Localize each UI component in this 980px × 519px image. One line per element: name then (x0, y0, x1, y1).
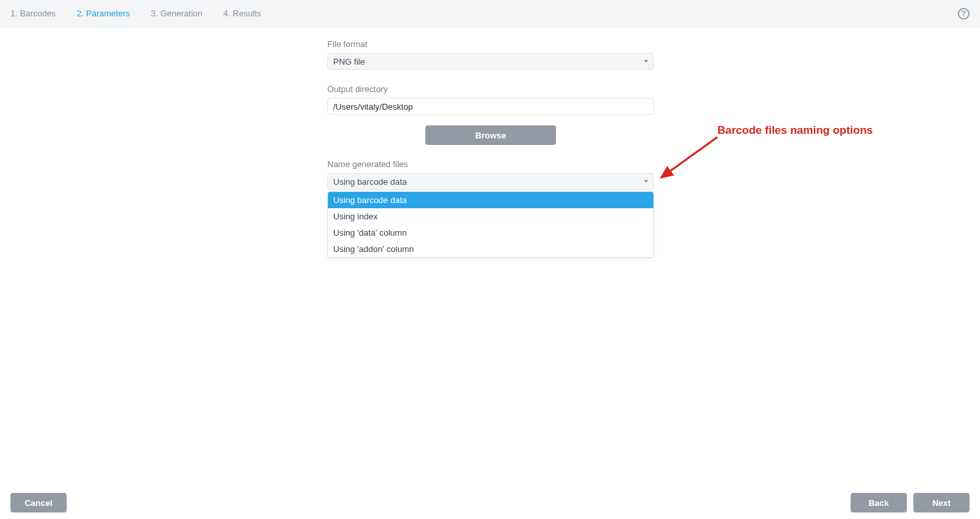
footer-bar: Cancel Back Next (0, 486, 980, 519)
wizard-steps-bar: 1. Barcodes 2. Parameters 3. Generation … (0, 0, 980, 27)
step-barcodes[interactable]: 1. Barcodes (10, 8, 56, 18)
name-generated-options-list: Using barcode data Using index Using 'da… (327, 191, 654, 258)
annotation-arrow-icon (653, 131, 725, 189)
step-results[interactable]: 4. Results (223, 8, 261, 18)
footer-nav: Back Next (851, 493, 970, 512)
step-parameters[interactable]: 2. Parameters (76, 8, 130, 18)
cancel-button[interactable]: Cancel (10, 493, 67, 512)
browse-button[interactable]: Browse (425, 125, 556, 145)
chevron-down-icon (644, 60, 648, 63)
name-option-index[interactable]: Using index (328, 208, 653, 225)
name-option-barcode-data[interactable]: Using barcode data (328, 192, 653, 208)
name-option-data-column[interactable]: Using 'data' column (328, 225, 653, 241)
parameters-form: File format PNG file Output directory Br… (327, 39, 654, 190)
file-format-select[interactable]: PNG file (327, 53, 654, 70)
file-format-value: PNG file (333, 57, 365, 67)
name-generated-dropdown-wrap: Using barcode data Using barcode data Us… (327, 173, 654, 190)
help-icon[interactable]: ? (958, 8, 970, 20)
output-directory-label: Output directory (327, 84, 654, 94)
name-generated-label: Name generated files (327, 159, 654, 169)
next-button[interactable]: Next (913, 493, 970, 512)
annotation-text: Barcode files naming options (717, 124, 873, 137)
output-directory-input[interactable] (327, 98, 654, 115)
step-generation[interactable]: 3. Generation (151, 8, 203, 18)
chevron-down-icon (644, 180, 648, 183)
name-option-addon-column[interactable]: Using 'addon' column (328, 241, 653, 257)
steps-container: 1. Barcodes 2. Parameters 3. Generation … (10, 8, 261, 18)
file-format-label: File format (327, 39, 654, 49)
svg-line-1 (661, 137, 717, 178)
name-generated-value: Using barcode data (333, 177, 407, 187)
name-generated-select[interactable]: Using barcode data (327, 173, 654, 190)
back-button[interactable]: Back (851, 493, 907, 512)
